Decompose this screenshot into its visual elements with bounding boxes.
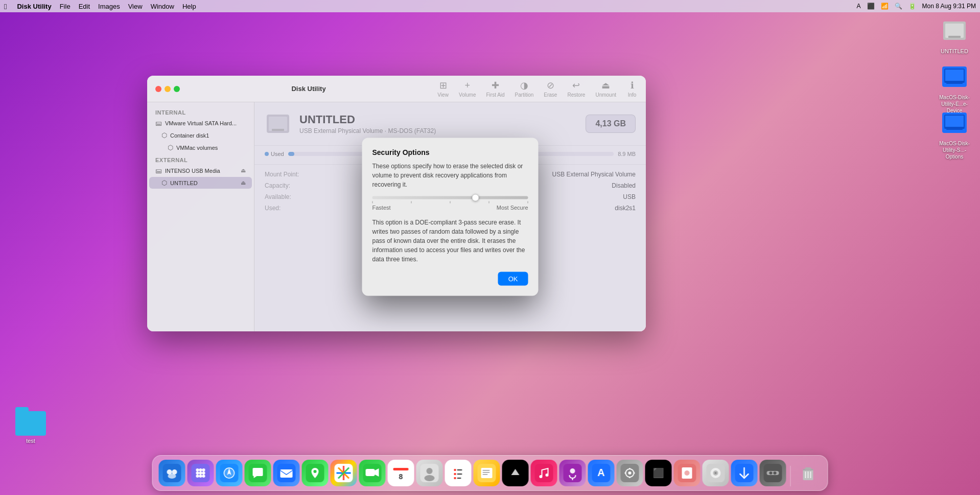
sidebar-item-untitled[interactable]: ⬡ UNTITLED ⏏ [149, 177, 252, 189]
menu-help[interactable]: Help [182, 3, 196, 10]
unmount-icon: ⏏ [600, 80, 612, 91]
toolbar-erase[interactable]: ⊘ Erase [544, 80, 557, 98]
menu-view[interactable]: View [128, 3, 143, 10]
dock-item-music[interactable] [531, 460, 557, 486]
dock-item-appstore[interactable]: A [588, 460, 615, 486]
slider-max-label: Most Secure [497, 205, 528, 211]
svg-point-24 [202, 471, 205, 475]
toolbar-partition[interactable]: ◑ Partition [515, 80, 534, 98]
erase-label: Erase [544, 92, 557, 98]
ok-button[interactable]: OK [498, 272, 528, 286]
tick-5 [528, 201, 528, 204]
sidebar-item-intenso[interactable]: 🖴 INTENSO USB Media ⏏ [149, 165, 252, 176]
sidebar-item-vmware[interactable]: 🖴 VMware Virtual SATA Hard... [149, 117, 252, 129]
svg-point-27 [202, 475, 205, 478]
sidebar-item-container[interactable]: ⬡ Container disk1 [149, 129, 252, 141]
slider-thumb[interactable] [472, 194, 479, 201]
svg-rect-48 [449, 464, 468, 482]
search-icon[interactable]: 🔍 [895, 3, 902, 10]
container-label: Container disk1 [170, 132, 209, 139]
dock-item-dockutil[interactable] [760, 460, 786, 486]
toolbar-view[interactable]: ⊞ View [437, 80, 449, 98]
sidebar-item-vmmac[interactable]: ⬡ VMMac volumes [149, 142, 252, 153]
slider-container[interactable]: Fastest Most Secure [372, 196, 528, 211]
toolbar-volume[interactable]: + Volume [459, 80, 476, 98]
svg-point-65 [570, 468, 575, 474]
svg-point-23 [199, 471, 202, 475]
desktop-icon-macos-e[interactable]: MacOS-Disk-Utility-E...e-Device [934, 61, 975, 114]
menu-window[interactable]: Window [151, 3, 174, 10]
svg-rect-57 [483, 470, 490, 471]
svg-rect-59 [483, 474, 488, 475]
svg-rect-12 [269, 117, 287, 131]
topnotch-icon: ⬛ [653, 467, 664, 479]
dock-item-preview[interactable] [674, 460, 701, 486]
desktop-folder-test[interactable]: test [15, 411, 46, 444]
folder-icon [15, 411, 46, 436]
battery-icon[interactable]: 🔋 [908, 3, 916, 10]
dock-item-launchpad[interactable] [188, 460, 214, 486]
dock-item-downloader[interactable] [731, 460, 758, 486]
toolbar-info[interactable]: ℹ Info [626, 80, 638, 98]
available-label: Available: [265, 193, 326, 200]
svg-point-22 [196, 471, 199, 475]
svg-rect-9 [945, 116, 964, 127]
toolbar-restore[interactable]: ↩ Restore [567, 80, 585, 98]
firstaid-icon: ✚ [490, 80, 501, 91]
volume-icon: + [462, 80, 473, 91]
untitled-eject-icon[interactable]: ⏏ [241, 179, 246, 186]
dock-item-prefs[interactable] [617, 460, 643, 486]
app-name[interactable]: Disk Utility [17, 3, 51, 10]
slider-track[interactable] [372, 196, 528, 199]
svg-rect-56 [481, 468, 493, 478]
toolbar-unmount[interactable]: ⏏ Unmount [595, 80, 616, 98]
tick-4 [489, 201, 489, 204]
svg-rect-49 [454, 469, 456, 471]
vmmac-label: VMMac volumes [176, 145, 218, 151]
dock-item-facetime[interactable] [359, 460, 386, 486]
dock-item-diskutil[interactable] [703, 460, 729, 486]
svg-point-86 [769, 471, 773, 475]
dock-item-calendar[interactable]: 8 AUG [388, 460, 414, 486]
dock-item-messages[interactable] [245, 460, 271, 486]
svg-rect-51 [454, 477, 456, 479]
menu-file[interactable]: File [60, 3, 71, 10]
svg-rect-58 [483, 472, 490, 473]
wifi-icon[interactable]: 📶 [881, 3, 889, 10]
restore-label: Restore [567, 92, 585, 98]
svg-rect-5 [945, 70, 964, 81]
screen-record-icon[interactable]: ⬛ [867, 3, 875, 10]
dock-item-podcasts[interactable] [559, 460, 586, 486]
menu-edit[interactable]: Edit [79, 3, 90, 10]
input-indicator[interactable]: A [857, 3, 861, 10]
dock-item-topnotch[interactable]: ⬛ [645, 460, 672, 486]
dock-item-trash[interactable] [795, 460, 822, 486]
maximize-button[interactable] [174, 86, 180, 92]
dialog-title: Security Options [372, 148, 528, 156]
svg-rect-34 [281, 469, 293, 478]
external-section-label: External [147, 154, 254, 164]
dock-item-mail[interactable] [273, 460, 300, 486]
used-text: Used [271, 151, 284, 157]
mount-point-label: Mount Point: [265, 171, 326, 178]
dock-item-contacts[interactable] [416, 460, 443, 486]
apple-menu[interactable]:  [4, 2, 7, 11]
dock-item-safari[interactable] [216, 460, 243, 486]
dock-item-maps[interactable] [302, 460, 329, 486]
svg-point-19 [196, 468, 199, 471]
menubar-left:  Disk Utility File Edit Images View Win… [4, 2, 196, 11]
intenso-eject-icon[interactable]: ⏏ [241, 167, 246, 174]
dock-item-notes[interactable] [474, 460, 500, 486]
dock-item-reminders[interactable] [445, 460, 472, 486]
desktop-icon-macos-s[interactable]: MacOS-Disk-Utility-S...-Options [934, 107, 975, 160]
minimize-button[interactable] [165, 86, 171, 92]
close-button[interactable] [155, 86, 161, 92]
toolbar-firstaid[interactable]: ✚ First Aid [486, 80, 504, 98]
sidebar: Internal 🖴 VMware Virtual SATA Hard... ⬡… [147, 102, 254, 331]
dock-item-appletv[interactable] [502, 460, 529, 486]
dock-item-photos[interactable] [331, 460, 357, 486]
dock-item-finder[interactable] [159, 460, 185, 486]
partition-label: Partition [515, 92, 534, 98]
menu-images[interactable]: Images [98, 3, 120, 10]
desktop-icon-untitled[interactable]: UNTITLED [934, 15, 975, 54]
